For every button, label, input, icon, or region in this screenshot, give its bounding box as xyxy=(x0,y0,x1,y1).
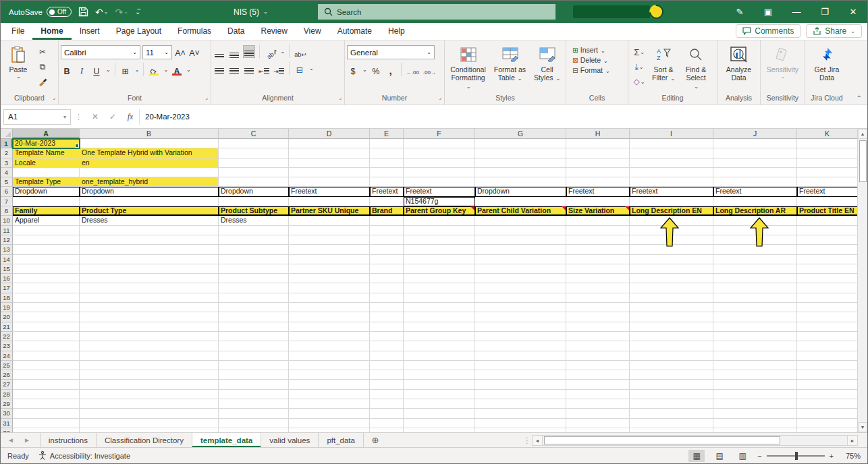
row-header-20[interactable]: 20 xyxy=(1,312,13,322)
cell-I29[interactable] xyxy=(630,399,713,409)
tab-data[interactable]: Data xyxy=(219,24,252,40)
sheet-tab-pft-data[interactable]: pft_data xyxy=(319,433,364,447)
increase-decimal-button[interactable]: ←.00 xyxy=(406,63,420,76)
cell-G13[interactable] xyxy=(475,245,566,254)
decrease-decimal-button[interactable]: .00→ xyxy=(423,63,437,76)
cell-D1[interactable] xyxy=(289,139,370,148)
increase-indent-button[interactable]: ⇥ xyxy=(273,62,285,75)
row-header-3[interactable]: 3 xyxy=(1,158,13,168)
cell-B21[interactable] xyxy=(80,322,219,332)
cell-D5[interactable] xyxy=(289,177,370,187)
cell-B4[interactable] xyxy=(80,168,219,177)
row-header-24[interactable]: 24 xyxy=(1,351,13,361)
cell-I8[interactable]: Long Description EN xyxy=(630,206,713,216)
cell-H22[interactable] xyxy=(566,332,630,341)
cell-B22[interactable] xyxy=(80,332,219,341)
cell-H8[interactable]: Size Variation xyxy=(566,206,630,216)
cell-A2[interactable]: Template Name xyxy=(13,148,80,158)
scroll-up-button[interactable]: ▲ xyxy=(858,129,867,139)
cell-I18[interactable] xyxy=(630,293,713,303)
cell-I24[interactable] xyxy=(630,351,713,361)
prev-sheet-button[interactable]: ◄ xyxy=(7,436,14,444)
merge-center-button[interactable]: ⊟ xyxy=(294,62,306,75)
cell-E8[interactable]: Brand xyxy=(370,206,404,216)
increase-font-button[interactable]: A˄ xyxy=(174,45,186,58)
cell-D2[interactable] xyxy=(289,148,370,158)
cell-E11[interactable] xyxy=(370,226,404,235)
cell-B23[interactable] xyxy=(80,341,219,351)
cell-F7[interactable]: N154677g xyxy=(404,197,475,206)
cell-A22[interactable] xyxy=(13,332,80,341)
cell-G1[interactable] xyxy=(475,139,566,148)
percent-style-button[interactable]: % xyxy=(370,63,382,76)
cell-K16[interactable] xyxy=(797,274,858,283)
row-header-28[interactable]: 28 xyxy=(1,390,13,399)
cell-G18[interactable] xyxy=(475,293,566,303)
row-header-17[interactable]: 17 xyxy=(1,283,13,293)
cell-H6[interactable]: Freetext xyxy=(566,187,630,196)
cell-H23[interactable] xyxy=(566,341,630,351)
cell-K12[interactable] xyxy=(797,235,858,245)
cell-G14[interactable] xyxy=(475,255,566,264)
tab-insert[interactable]: Insert xyxy=(72,24,108,40)
cell-G24[interactable] xyxy=(475,351,566,361)
cell-C13[interactable] xyxy=(219,245,289,254)
paste-button[interactable]: Paste ⌄ xyxy=(3,42,34,80)
cell-F25[interactable] xyxy=(404,361,475,370)
row-header-31[interactable]: 31 xyxy=(1,419,13,428)
cell-B29[interactable] xyxy=(80,399,219,409)
cell-C29[interactable] xyxy=(219,399,289,409)
cut-button[interactable]: ✂ xyxy=(35,45,50,59)
row-header-23[interactable]: 23 xyxy=(1,341,13,351)
cell-F10[interactable] xyxy=(404,216,475,225)
cell-C8[interactable]: Product Subtype xyxy=(219,206,289,216)
cell-B11[interactable] xyxy=(80,226,219,235)
cell-K29[interactable] xyxy=(797,399,858,409)
cell-E12[interactable] xyxy=(370,235,404,245)
column-header-I[interactable]: I xyxy=(630,129,713,139)
cell-F15[interactable] xyxy=(404,264,475,274)
cell-B2[interactable]: One Template Hybrid with Variation xyxy=(80,148,219,158)
cell-E28[interactable] xyxy=(370,390,404,399)
font-size-combo[interactable]: 11⌄ xyxy=(142,45,172,59)
cell-B16[interactable] xyxy=(80,274,219,283)
ribbon-display-options-button[interactable]: ▣ xyxy=(754,1,782,23)
cell-F11[interactable] xyxy=(404,226,475,235)
cell-G26[interactable] xyxy=(475,370,566,380)
cell-E7[interactable] xyxy=(370,197,404,206)
cell-C1[interactable] xyxy=(219,139,289,148)
cell-A16[interactable] xyxy=(13,274,80,283)
undo-button[interactable]: ↶⌄ xyxy=(95,7,108,18)
cell-B26[interactable] xyxy=(80,370,219,380)
cell-E23[interactable] xyxy=(370,341,404,351)
cell-J19[interactable] xyxy=(713,303,797,312)
cell-B25[interactable] xyxy=(80,361,219,370)
vertical-scrollbar[interactable]: ▲ ▼ xyxy=(857,129,867,432)
cell-H1[interactable] xyxy=(566,139,630,148)
autosave-toggle[interactable]: AutoSave Off xyxy=(9,7,72,17)
cell-B5[interactable]: one_template_hybrid xyxy=(80,177,219,187)
align-center-button[interactable] xyxy=(228,62,240,75)
cell-C30[interactable] xyxy=(219,409,289,418)
format-painter-button[interactable] xyxy=(35,75,50,88)
name-box[interactable]: A1▾ xyxy=(3,109,71,125)
cell-E16[interactable] xyxy=(370,274,404,283)
cell-K23[interactable] xyxy=(797,341,858,351)
cancel-button[interactable]: ✕ xyxy=(86,112,104,121)
row-header-25[interactable]: 25 xyxy=(1,361,13,370)
insert-cells-button[interactable]: ⊞ Insert ⌄ xyxy=(572,46,626,54)
scroll-right-button[interactable]: ► xyxy=(847,436,857,445)
cell-A6[interactable]: Dropdown xyxy=(13,187,80,196)
cell-A26[interactable] xyxy=(13,370,80,380)
new-sheet-button[interactable]: ⊕ xyxy=(364,433,387,447)
cell-F17[interactable] xyxy=(404,283,475,293)
cell-D6[interactable]: Freetext xyxy=(289,187,370,196)
cell-H4[interactable] xyxy=(566,168,630,177)
cell-B18[interactable] xyxy=(80,293,219,303)
cell-J17[interactable] xyxy=(713,283,797,293)
cell-A31[interactable] xyxy=(13,419,80,428)
cell-H5[interactable] xyxy=(566,177,630,187)
cell-G12[interactable] xyxy=(475,235,566,245)
cell-D31[interactable] xyxy=(289,419,370,428)
cell-C5[interactable] xyxy=(219,177,289,187)
